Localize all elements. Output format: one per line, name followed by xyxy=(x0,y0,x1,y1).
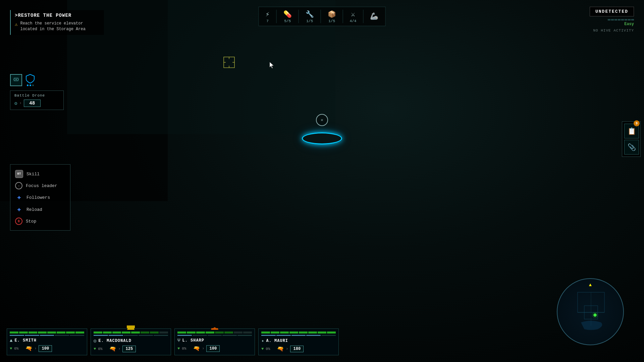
arm-icon: 🦾 xyxy=(370,12,378,20)
slot-badge-number: 9 xyxy=(634,120,640,126)
skill-item-followers[interactable]: ✚ Followers xyxy=(10,191,70,203)
health-seg xyxy=(318,331,326,334)
skill-item-reload[interactable]: ✚ Reload xyxy=(10,203,70,216)
player-card-sharp: Ψ L. SHARP ♥ 0% 🔫 › 100 xyxy=(174,328,255,355)
player-indicator-ellipse xyxy=(302,132,342,144)
health-seg xyxy=(47,331,56,334)
skill-label-skill: Skill xyxy=(26,172,40,177)
armor-bar-sharp xyxy=(177,335,252,336)
warning-svg2 xyxy=(211,327,219,330)
det-seg-1 xyxy=(608,19,610,20)
weapon-icon-mauri: 🔫 xyxy=(277,346,284,352)
health-seg xyxy=(215,331,224,334)
detection-bar xyxy=(590,19,634,20)
arrow-icon-sharp: › xyxy=(202,346,204,351)
vital-icon-mauri: ♥ xyxy=(261,347,264,351)
player-stats-smith: ♥ 0% 🔫 › 100 xyxy=(10,345,84,352)
health-seg xyxy=(159,331,168,334)
hive-activity-label: NO HIVE ACTIVITY xyxy=(590,28,634,33)
health-seg xyxy=(280,331,289,334)
det-seg-8 xyxy=(631,19,634,20)
health-seg xyxy=(243,331,252,334)
arrow-icon-macdonald: › xyxy=(118,347,120,351)
skill-item-skill[interactable]: RT Skill xyxy=(10,168,70,180)
health-seg xyxy=(141,331,149,334)
health-seg xyxy=(122,331,130,334)
weapons-count: 4/4 xyxy=(350,19,357,23)
vital-icon-smith: ♥ xyxy=(10,346,12,351)
supplies-icon: 📦 xyxy=(328,10,336,18)
role-icon-mauri: ✦ xyxy=(261,338,264,344)
skill-menu: RT Skill ○ Focus leader ✚ Followers ✚ Re… xyxy=(10,164,70,231)
shield-dots xyxy=(25,74,35,86)
player-name-row-sharp: Ψ L. SHARP xyxy=(177,338,252,343)
player-name-sharp: L. SHARP xyxy=(182,338,204,343)
armor-seg xyxy=(237,335,252,336)
armor-seg xyxy=(276,335,291,336)
player-name-macdonald: E. MACDONALD xyxy=(98,339,131,343)
det-seg-5 xyxy=(621,19,624,20)
player-card-mauri: ✦ A. MAURI ♥ 0% 🔫 › 180 xyxy=(258,328,339,355)
drone-unit-icon2: ⚙ xyxy=(14,101,17,106)
skill-label-reload: Reload xyxy=(26,207,42,212)
vital-icon-sharp: ♥ xyxy=(177,346,180,351)
health-seg xyxy=(177,331,186,334)
drone-counter: ⚙ › 48 xyxy=(14,100,59,107)
armor-bar-macdonald xyxy=(94,335,168,336)
skill-btn-cross-followers[interactable]: ✚ xyxy=(15,193,23,201)
hud-divider4 xyxy=(343,10,343,23)
drone-unit-icon xyxy=(13,77,19,83)
svg-marker-10 xyxy=(211,327,219,330)
detection-panel: UNDETECTED Easy NO HIVE ACTIVITY xyxy=(590,7,634,33)
hud-divider3 xyxy=(321,10,321,23)
drone-value: 48 xyxy=(24,100,41,107)
skill-item-stop[interactable]: B Stop xyxy=(10,216,70,227)
svg-marker-9 xyxy=(127,327,135,330)
medkits-count: 5/5 xyxy=(284,19,291,23)
armor-seg xyxy=(55,335,69,336)
armor-seg xyxy=(177,335,192,336)
health-bar-macdonald xyxy=(94,331,168,334)
armor-seg xyxy=(291,335,306,336)
dot2 xyxy=(30,84,31,86)
skill-btn-cross-reload[interactable]: ✚ xyxy=(15,205,23,214)
hud-divider2 xyxy=(299,10,299,23)
health-seg xyxy=(57,331,65,334)
weapon-icon-sharp: 🔫 xyxy=(193,345,200,352)
slot-icon-2: 📎 xyxy=(628,143,636,152)
tools-count: 1/5 xyxy=(306,19,313,23)
armor-seg xyxy=(306,335,321,336)
health-seg xyxy=(289,331,298,334)
det-seg-6 xyxy=(625,19,627,20)
skill-btn-b[interactable]: B xyxy=(15,218,22,225)
slot-box-2[interactable]: 📎 xyxy=(624,140,639,155)
shield-icon xyxy=(25,74,35,84)
vital-pct-smith: 0% xyxy=(14,347,23,351)
quick-slots-panel: 9 📋 📎 xyxy=(622,121,641,157)
weapons-icon: ⚔ xyxy=(351,10,355,18)
slot-badge-container: 9 📋 xyxy=(624,124,638,138)
health-bar-mauri xyxy=(261,331,336,334)
health-seg xyxy=(131,331,140,334)
role-icon-sharp: Ψ xyxy=(177,338,180,343)
player-stats-mauri: ♥ 0% 🔫 › 180 xyxy=(261,346,336,352)
det-seg-3 xyxy=(614,19,617,20)
skill-item-focus[interactable]: ○ Focus leader xyxy=(10,180,70,191)
arrow-icon-mauri: › xyxy=(286,347,288,351)
det-seg-4 xyxy=(618,19,621,20)
weapon-icon-macdonald: 🔫 xyxy=(109,346,116,352)
det-seg-7 xyxy=(628,19,631,20)
hud-item-tools: 🔧 1/5 xyxy=(306,10,314,23)
ammo-box-sharp: 100 xyxy=(206,345,220,352)
role-icon-smith: ▲ xyxy=(10,338,12,343)
svg-point-15 xyxy=(593,313,597,317)
skill-btn-circle[interactable]: ○ xyxy=(15,182,22,189)
health-seg xyxy=(196,331,205,334)
player-name-smith: E. SMITH xyxy=(14,338,37,343)
hud-divider xyxy=(276,10,277,23)
health-seg xyxy=(150,331,159,334)
skill-btn-rt[interactable]: RT xyxy=(15,170,23,178)
armor-bar-smith xyxy=(10,335,84,336)
player-stats-sharp: ♥ 0% 🔫 › 100 xyxy=(177,345,252,352)
armor-seg xyxy=(154,335,168,336)
